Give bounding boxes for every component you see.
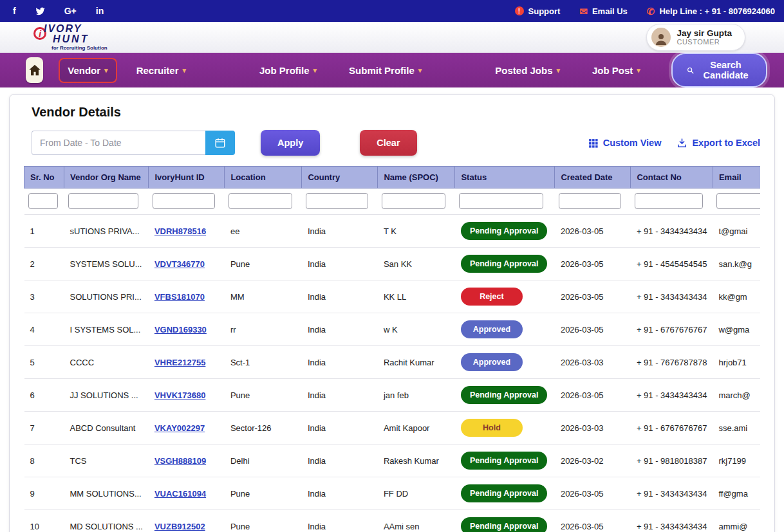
table-header-row: Sr. NoVendor Org NameIvoryHunt IDLocatio… <box>24 167 761 188</box>
status-badge: Pending Approval <box>461 386 548 404</box>
cell-country: India <box>302 412 378 445</box>
column-header-org: Vendor Org Name <box>64 167 149 188</box>
table-row: 5CCCCVHRE212755Sct-1IndiaRachit KumarApp… <box>24 346 761 379</box>
export-to-excel-link[interactable]: Export to Excel <box>677 138 760 149</box>
filter-input-status[interactable] <box>459 193 544 209</box>
vendor-details-card: Vendor Details Apply Clear Custom View E… <box>9 94 775 532</box>
cell-email: san.k@g <box>713 248 760 280</box>
date-range-input[interactable] <box>32 131 205 155</box>
cell-id: VHVK173680 <box>149 379 225 412</box>
column-header-id: IvoryHunt ID <box>149 167 225 188</box>
ivoryhunt-id-link[interactable]: VFBS181070 <box>154 292 205 302</box>
chevron-down-icon: ▾ <box>637 66 640 75</box>
calendar-button[interactable] <box>205 131 235 155</box>
filter-input-created[interactable] <box>559 193 622 209</box>
nav-item-recruiter[interactable]: Recruiter ▾ <box>129 59 194 82</box>
cell-location: Sector-126 <box>225 412 302 445</box>
email-us-link[interactable]: ✉ Email Us <box>579 6 628 16</box>
filter-input-email[interactable] <box>716 193 760 209</box>
filter-input-sr[interactable] <box>28 193 58 209</box>
search-candidate-button[interactable]: Search Candidate <box>671 53 767 87</box>
chevron-down-icon: ▾ <box>182 66 186 75</box>
table-filter-row <box>24 188 761 215</box>
linkedin-icon[interactable]: in <box>96 6 104 16</box>
grid-icon <box>588 138 599 149</box>
filter-input-spoc[interactable] <box>382 193 445 209</box>
cell-email: march@ <box>713 379 760 412</box>
table-body: 1sUTIONS PRIVA...VDRH878516eeIndiaT KPen… <box>24 215 761 532</box>
nav-label: Recruiter <box>136 65 179 76</box>
cell-country: India <box>302 215 378 248</box>
phone-icon: ✆ <box>647 6 655 16</box>
filter-input-location[interactable] <box>229 193 292 209</box>
chevron-down-icon: ▾ <box>418 66 422 75</box>
cell-org: TCS <box>64 445 149 477</box>
helpline-link[interactable]: ✆ Help Line : + 91 - 8076924060 <box>647 6 775 16</box>
cell-created: 2026-03-05 <box>555 280 631 313</box>
cell-status: Pending Approval <box>455 379 555 412</box>
cell-status: Pending Approval <box>455 510 555 532</box>
page-title: Vendor Details <box>32 105 761 120</box>
filter-input-country[interactable] <box>306 193 369 209</box>
status-badge: Pending Approval <box>461 222 548 240</box>
cell-country: India <box>302 346 378 379</box>
clear-button[interactable]: Clear <box>360 130 416 156</box>
column-header-location: Location <box>225 167 302 188</box>
cell-country: India <box>302 379 378 412</box>
vendor-table-scroll-area[interactable]: Sr. NoVendor Org NameIvoryHunt IDLocatio… <box>24 166 760 532</box>
filter-input-id[interactable] <box>153 193 216 209</box>
support-link[interactable]: ! Support <box>515 6 561 16</box>
chevron-down-icon: ▾ <box>104 66 108 75</box>
support-label: Support <box>528 6 561 16</box>
twitter-icon[interactable] <box>35 6 45 16</box>
cell-created: 2026-03-05 <box>555 313 631 346</box>
cell-sr: 6 <box>24 379 64 412</box>
ivoryhunt-id-link[interactable]: VHRE212755 <box>154 358 206 367</box>
ivoryhunt-logo[interactable]: i IVORY HUNT for Recruiting Solution <box>33 23 130 52</box>
cell-email: sse.ami <box>713 412 760 445</box>
nav-item-vendor[interactable]: Vendor ▾ <box>59 58 117 83</box>
nav-item-posted-jobs[interactable]: Posted Jobs ▾ <box>487 59 568 82</box>
custom-view-link[interactable]: Custom View <box>588 138 662 149</box>
cell-id: VGND169330 <box>149 313 225 346</box>
ivoryhunt-id-link[interactable]: VKAY002297 <box>154 423 205 433</box>
chevron-down-icon: ▾ <box>313 66 317 75</box>
ivoryhunt-id-link[interactable]: VUAC161094 <box>154 489 206 499</box>
cell-org: sUTIONS PRIVA... <box>64 215 149 248</box>
nav-item-job-profile[interactable]: Job Profile ▾ <box>252 59 324 82</box>
cell-contact: + 91 - 6767676767 <box>631 313 713 346</box>
cell-created: 2026-03-05 <box>555 379 631 412</box>
cell-id: VUAC161094 <box>149 477 225 510</box>
cell-org: MM SOLUTIONS... <box>64 477 149 510</box>
user-role: CUSTOMER <box>677 38 732 46</box>
facebook-icon[interactable]: f <box>13 6 16 16</box>
search-candidate-label: Search Candidate <box>700 60 752 80</box>
nav-label: Vendor <box>68 65 100 76</box>
filter-input-contact[interactable] <box>635 193 703 209</box>
cell-spoc: w K <box>378 313 455 346</box>
ivoryhunt-id-link[interactable]: VHVK173680 <box>154 390 206 400</box>
nav-item-submit-profile[interactable]: Submit Profile ▾ <box>341 59 429 82</box>
cell-sr: 2 <box>24 248 64 280</box>
vendor-table: Sr. NoVendor Org NameIvoryHunt IDLocatio… <box>24 166 760 532</box>
nav-item-job-post[interactable]: Job Post ▾ <box>584 59 648 82</box>
google-plus-icon[interactable]: G+ <box>64 6 77 16</box>
date-range-group <box>32 131 235 155</box>
ivoryhunt-id-link[interactable]: VDRH878516 <box>154 226 206 236</box>
cell-email: t@gmai <box>713 215 760 248</box>
cell-org: ABCD Consultant <box>64 412 149 445</box>
ivoryhunt-id-link[interactable]: VSGH888109 <box>154 456 206 466</box>
cell-email: w@gma <box>713 313 760 346</box>
ivoryhunt-id-link[interactable]: VUZB912502 <box>154 522 205 531</box>
cell-created: 2026-03-03 <box>555 346 631 379</box>
filter-input-org[interactable] <box>68 193 139 209</box>
cell-contact: + 91 - 6767676767 <box>631 412 713 445</box>
user-menu[interactable]: Jay sir Gupta CUSTOMER <box>646 24 745 51</box>
cell-spoc: Rachit Kumar <box>378 346 455 379</box>
cell-location: ee <box>225 215 302 248</box>
ivoryhunt-id-link[interactable]: VGND169330 <box>154 325 207 335</box>
cell-status: Pending Approval <box>455 248 555 280</box>
apply-button[interactable]: Apply <box>261 130 320 156</box>
nav-item-home[interactable] <box>26 57 43 83</box>
ivoryhunt-id-link[interactable]: VDVT346770 <box>154 259 205 269</box>
